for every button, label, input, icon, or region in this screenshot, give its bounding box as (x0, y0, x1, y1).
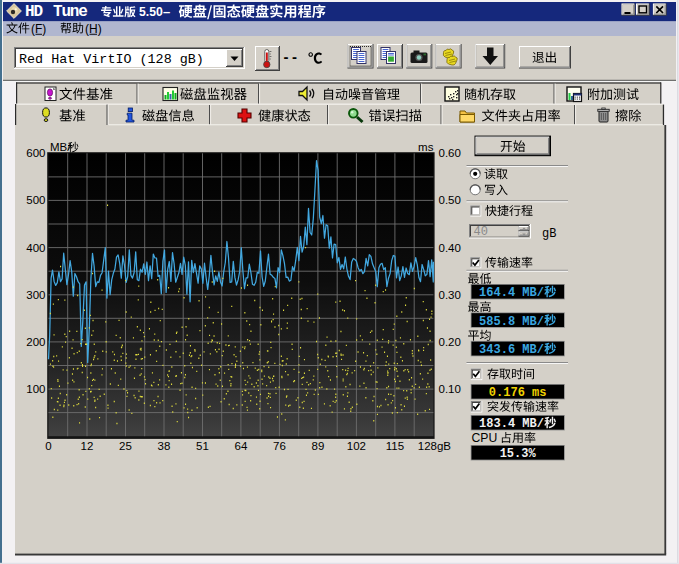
svg-text:102: 102 (347, 440, 366, 452)
svg-text:5.50: 5.50 (139, 5, 163, 19)
svg-text:0: 0 (45, 440, 51, 452)
svg-text:0.20: 0.20 (439, 336, 461, 348)
svg-text:51: 51 (196, 440, 209, 452)
svg-text:0.176 ms: 0.176 ms (489, 386, 547, 400)
svg-text:76: 76 (273, 440, 286, 452)
svg-text:gB: gB (542, 227, 556, 241)
svg-text:CPU: CPU (472, 431, 498, 445)
svg-text:0.40: 0.40 (439, 242, 461, 254)
svg-text:0.30: 0.30 (439, 289, 461, 301)
svg-text:100: 100 (26, 383, 45, 395)
svg-text:ms: ms (418, 141, 434, 153)
svg-text:–: – (163, 4, 170, 19)
svg-text:89: 89 (312, 440, 325, 452)
svg-text:40: 40 (474, 225, 488, 239)
svg-text:164.4 MB/: 164.4 MB/ (479, 286, 544, 300)
svg-text:(F): (F) (31, 22, 46, 36)
svg-text:600: 600 (26, 147, 45, 159)
svg-text:128gB: 128gB (418, 440, 452, 452)
svg-text:12: 12 (81, 440, 94, 452)
svg-text:300: 300 (26, 289, 45, 301)
svg-text:(H): (H) (85, 22, 102, 36)
svg-text:400: 400 (26, 242, 45, 254)
svg-text:115: 115 (386, 440, 404, 452)
svg-text:0.10: 0.10 (439, 383, 461, 395)
svg-text:183.4 MB/: 183.4 MB/ (479, 417, 544, 431)
svg-text:Tune: Tune (53, 3, 87, 21)
svg-text:343.6 MB/: 343.6 MB/ (479, 343, 544, 357)
svg-text:200: 200 (26, 336, 45, 348)
svg-text:--: -- (284, 48, 301, 65)
svg-text:38: 38 (158, 440, 171, 452)
svg-text:500: 500 (26, 194, 45, 206)
svg-text:64: 64 (235, 440, 248, 452)
svg-text:0.50: 0.50 (439, 194, 461, 206)
svg-text:585.8 MB/: 585.8 MB/ (479, 315, 544, 329)
svg-text:Red Hat VirtIO (128 gB): Red Hat VirtIO (128 gB) (19, 52, 204, 67)
svg-text:MB/: MB/ (50, 141, 71, 153)
svg-text:15.3%: 15.3% (500, 447, 537, 461)
svg-text:0.60: 0.60 (439, 147, 461, 159)
svg-text:HD: HD (25, 3, 42, 21)
svg-text:25: 25 (119, 440, 132, 452)
